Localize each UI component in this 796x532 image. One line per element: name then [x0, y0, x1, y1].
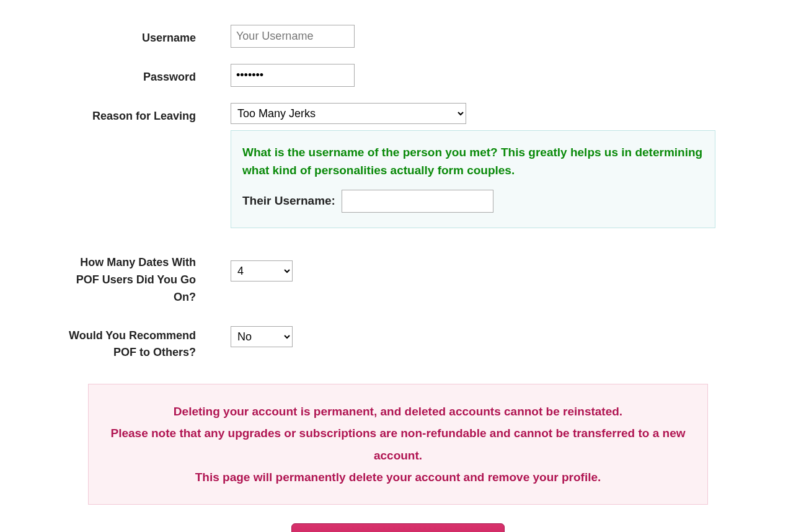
- username-row: Username: [57, 25, 739, 48]
- password-label: Password: [57, 64, 231, 86]
- delete-account-button[interactable]: Quit / Give Up / Delete Account: [291, 523, 505, 532]
- their-username-label: Their Username:: [242, 194, 335, 208]
- delete-account-form: Username Password Reason for Leaving Too…: [57, 0, 739, 532]
- reason-row: Reason for Leaving Too Many Jerks What i…: [57, 103, 739, 228]
- reason-select[interactable]: Too Many Jerks: [231, 103, 466, 124]
- dates-select[interactable]: 4: [231, 260, 293, 282]
- met-someone-callout: What is the username of the person you m…: [231, 130, 715, 228]
- username-label: Username: [57, 25, 231, 47]
- recommend-row: Would You Recommend POF to Others? No: [57, 322, 739, 362]
- recommend-select[interactable]: No: [231, 326, 293, 347]
- warning-line-1: Deleting your account is permanent, and …: [101, 401, 695, 422]
- warning-line-2: Please note that any upgrades or subscri…: [101, 422, 695, 466]
- callout-heading: What is the username of the person you m…: [242, 143, 704, 180]
- their-username-input[interactable]: [342, 190, 493, 213]
- reason-label: Reason for Leaving: [57, 103, 231, 125]
- password-input[interactable]: [231, 64, 355, 87]
- recommend-label: Would You Recommend POF to Others?: [57, 322, 231, 362]
- username-input[interactable]: [231, 25, 355, 48]
- button-row: Quit / Give Up / Delete Account: [57, 523, 739, 532]
- warning-line-3: This page will permanently delete your a…: [101, 466, 695, 488]
- their-username-row: Their Username:: [242, 190, 704, 213]
- dates-row: How Many Dates With POF Users Did You Go…: [57, 249, 739, 306]
- dates-label: How Many Dates With POF Users Did You Go…: [57, 249, 231, 306]
- password-row: Password: [57, 64, 739, 87]
- warning-box: Deleting your account is permanent, and …: [88, 384, 708, 505]
